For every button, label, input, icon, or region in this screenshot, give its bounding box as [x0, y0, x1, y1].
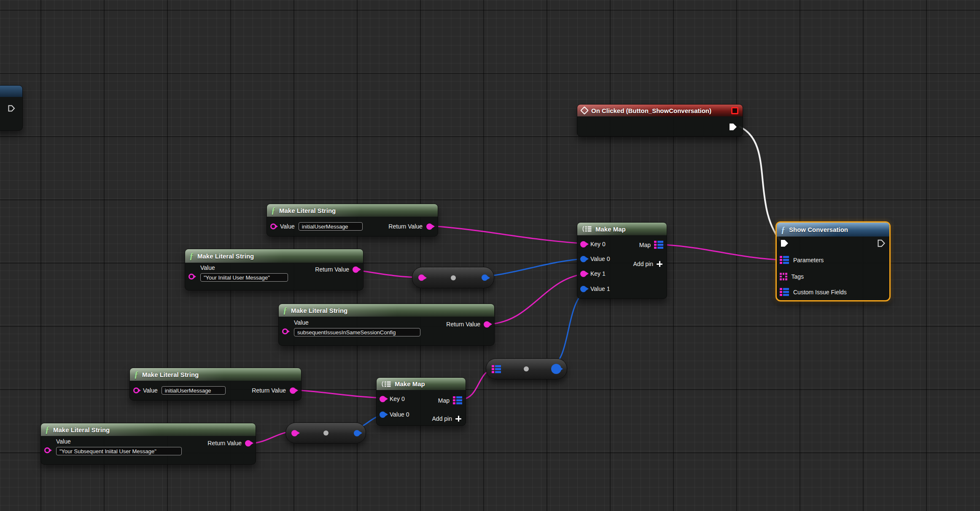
- conversion-input-pin[interactable]: [418, 274, 425, 281]
- map-output-pin[interactable]: [453, 396, 462, 404]
- value0-label: Value 0: [590, 256, 610, 262]
- key0-pin[interactable]: [580, 241, 587, 247]
- value-pin-label: Value: [294, 319, 420, 326]
- custom-issue-fields-map-pin[interactable]: [780, 288, 789, 296]
- plus-icon: [455, 416, 461, 422]
- conversion-icon: [524, 366, 529, 371]
- exec-output-pin[interactable]: [877, 239, 886, 247]
- function-icon: [134, 370, 138, 379]
- node-on-clicked-event[interactable]: On Clicked (Button_ShowConversation): [577, 104, 743, 137]
- add-pin-label: Add pin: [633, 261, 653, 267]
- key0-label: Key 0: [590, 241, 606, 247]
- value-input[interactable]: [56, 447, 182, 455]
- conversion-output-pin[interactable]: [354, 430, 360, 436]
- node-make-literal-string-4[interactable]: Make Literal String Value Return Value: [129, 368, 302, 401]
- node-make-map-2[interactable]: Make Map Key 0 Value 0 Map Add pin: [376, 377, 466, 426]
- node-header[interactable]: Make Literal String: [130, 368, 301, 381]
- value0-pin[interactable]: [380, 411, 386, 418]
- blueprint-graph-canvas[interactable]: { "editor": { "background_color": "#2a2a…: [0, 0, 980, 511]
- return-value-pin[interactable]: [484, 321, 490, 328]
- exec-input-pin[interactable]: [780, 239, 789, 247]
- node-header[interactable]: On Clicked (Button_ShowConversation): [577, 105, 743, 116]
- node-title: Make Literal String: [279, 207, 336, 214]
- wire-map-map1-to-showconversation-parameters[interactable]: [663, 245, 785, 260]
- return-value-label: Return Value: [252, 387, 286, 394]
- custom-issue-fields-label: Custom Issue Fields: [793, 289, 847, 296]
- add-pin-label: Add pin: [432, 415, 452, 422]
- return-value-pin[interactable]: [290, 387, 296, 394]
- node-title: Make Literal String: [142, 371, 199, 378]
- return-value-label: Return Value: [388, 223, 423, 230]
- value-pin-label: Value: [143, 387, 158, 394]
- event-icon: [580, 106, 589, 115]
- exec-output-pin[interactable]: [729, 123, 738, 131]
- value-pin-label: Value: [280, 223, 295, 230]
- node-header[interactable]: Make Literal String: [185, 249, 363, 263]
- value1-pin[interactable]: [580, 286, 587, 292]
- value-input[interactable]: [200, 273, 288, 282]
- conversion-map-input-pin[interactable]: [492, 365, 501, 373]
- value-input-pin[interactable]: [282, 328, 288, 334]
- node-conversion-string-to-object-1[interactable]: [412, 267, 494, 288]
- delegate-pin-icon[interactable]: [731, 107, 738, 114]
- make-map-icon: [582, 226, 592, 232]
- node-make-literal-string-3[interactable]: Make Literal String Value Return Value: [278, 304, 495, 346]
- tags-set-pin[interactable]: [780, 273, 787, 280]
- conversion-output-pin[interactable]: [551, 364, 561, 374]
- parameters-label: Parameters: [793, 257, 824, 264]
- conversion-output-pin[interactable]: [482, 274, 488, 281]
- value-input-pin[interactable]: [270, 223, 276, 229]
- return-value-pin[interactable]: [426, 223, 433, 230]
- make-map-icon: [381, 381, 391, 387]
- node-header[interactable]: Make Map: [377, 378, 466, 390]
- map-output-label: Map: [639, 242, 651, 248]
- node-header[interactable]: [0, 86, 22, 97]
- add-pin-button[interactable]: Add pin: [432, 415, 461, 422]
- node-show-conversation[interactable]: Show Conversation Parameters Tags Custom…: [775, 221, 891, 301]
- value-input-pin[interactable]: [44, 447, 50, 453]
- return-value-pin[interactable]: [245, 440, 251, 446]
- node-title: Make Map: [395, 380, 425, 387]
- node-conversion-map-to-object[interactable]: [486, 358, 567, 379]
- node-header[interactable]: Show Conversation: [777, 223, 889, 237]
- key0-pin[interactable]: [380, 396, 386, 402]
- value-input[interactable]: [299, 222, 363, 231]
- conversion-icon: [451, 275, 456, 280]
- node-title: Show Conversation: [789, 226, 848, 233]
- function-icon: [189, 252, 194, 260]
- node-header[interactable]: Make Literal String: [41, 423, 256, 436]
- conversion-input-pin[interactable]: [291, 430, 298, 436]
- map-output-pin[interactable]: [654, 241, 663, 249]
- function-icon: [781, 226, 785, 234]
- node-header[interactable]: Make Literal String: [267, 204, 438, 217]
- value0-pin[interactable]: [580, 256, 587, 262]
- value1-label: Value 1: [590, 285, 610, 292]
- value-input[interactable]: [294, 328, 420, 336]
- node-make-literal-string-5[interactable]: Make Literal String Value Return Value: [40, 423, 256, 465]
- node-make-literal-string-2[interactable]: Make Literal String Value Return Value: [185, 249, 363, 290]
- value-input-pin[interactable]: [133, 387, 139, 393]
- wire-string-mls1-to-map1-key0[interactable]: [432, 226, 587, 244]
- wire-string-mls4-to-map2-key0[interactable]: [295, 390, 385, 398]
- wire-object-conversion2-to-map1-value1[interactable]: [547, 290, 587, 368]
- node-make-map-1[interactable]: Make Map Key 0 Value 0 Key 1 Value 1 Map…: [577, 222, 667, 299]
- key1-pin[interactable]: [580, 271, 587, 277]
- add-pin-button[interactable]: Add pin: [633, 261, 662, 267]
- key0-label: Key 0: [390, 395, 405, 402]
- value-input-pin[interactable]: [188, 274, 194, 280]
- parameters-map-pin[interactable]: [780, 256, 789, 264]
- node-title: Make Literal String: [291, 307, 347, 314]
- value-input[interactable]: [162, 386, 226, 395]
- value0-label: Value 0: [390, 411, 409, 418]
- node-conversion-string-to-object-2[interactable]: [285, 422, 366, 444]
- node-make-literal-string-1[interactable]: Make Literal String Value Return Value: [267, 204, 438, 237]
- node-header[interactable]: Make Literal String: [279, 304, 494, 317]
- function-icon: [283, 306, 287, 315]
- conversion-icon: [323, 430, 328, 436]
- exec-output-pin[interactable]: [8, 105, 16, 112]
- node-title: On Clicked (Button_ShowConversation): [591, 107, 711, 114]
- node-header[interactable]: Make Map: [577, 223, 667, 235]
- return-value-pin[interactable]: [353, 266, 359, 273]
- value-pin-label: Value: [56, 438, 182, 445]
- node-partial-offscreen[interactable]: [0, 85, 23, 131]
